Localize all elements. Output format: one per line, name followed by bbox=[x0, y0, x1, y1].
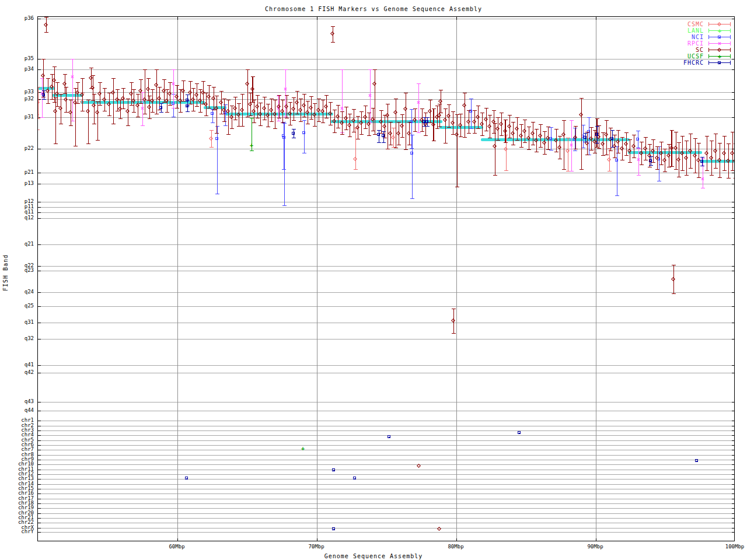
sc-error-cap bbox=[336, 105, 340, 106]
sc-error-cap bbox=[620, 137, 624, 138]
rpci-marker: × bbox=[637, 157, 640, 163]
sc-error-cap bbox=[597, 148, 601, 149]
sc-marker bbox=[248, 102, 252, 106]
v-gridline bbox=[317, 17, 317, 541]
sc-error-cap bbox=[195, 83, 199, 84]
nci-error-bar bbox=[217, 126, 218, 194]
sc-error-cap bbox=[348, 114, 352, 114]
y-tick-right bbox=[732, 244, 735, 245]
sc-error-cap bbox=[435, 106, 439, 106]
nci-error-bar bbox=[212, 109, 213, 123]
legend-cap bbox=[708, 48, 709, 52]
h-gridline bbox=[38, 373, 735, 373]
sc-marker bbox=[451, 318, 455, 323]
sc-marker bbox=[309, 106, 313, 110]
nci-error-cap bbox=[410, 109, 414, 110]
sc-error-cap bbox=[558, 159, 562, 159]
fhcrc-marker-dot bbox=[187, 106, 189, 107]
sc-error-cap bbox=[731, 132, 735, 132]
sc-error-cap bbox=[523, 142, 527, 143]
sc-error-cap bbox=[663, 172, 667, 172]
y-tick-right bbox=[732, 513, 735, 514]
y-tick-left bbox=[38, 59, 41, 60]
y-tick-left bbox=[38, 271, 41, 271]
sc-error-cap bbox=[191, 111, 196, 111]
sc-error-cap bbox=[543, 131, 547, 132]
sc-error-bar bbox=[676, 132, 676, 170]
y-tick-left bbox=[38, 244, 41, 245]
sc-error-cap bbox=[476, 128, 480, 129]
sc-error-cap bbox=[340, 111, 344, 112]
y-tick-left bbox=[38, 430, 41, 431]
rpci-error-cap bbox=[701, 188, 705, 188]
y-tick-label: q23 bbox=[7, 268, 34, 273]
v-gridline bbox=[456, 17, 457, 541]
csmc-marker bbox=[391, 135, 395, 139]
sc-error-cap bbox=[655, 169, 659, 170]
sc-error-cap bbox=[302, 117, 306, 117]
sc-error-cap bbox=[233, 97, 238, 97]
fhcrc-marker-dot bbox=[333, 529, 335, 530]
sc-error-cap bbox=[249, 116, 253, 116]
sc-error-cap bbox=[511, 145, 515, 145]
y-tick-left bbox=[38, 207, 41, 208]
y-tick-label: p35 bbox=[7, 56, 34, 61]
h-gridline bbox=[38, 494, 735, 494]
y-tick-left bbox=[38, 508, 41, 509]
sc-error-cap bbox=[344, 130, 348, 130]
h-gridline bbox=[38, 271, 735, 271]
legend-glyph bbox=[707, 21, 732, 27]
rpci-error-cap bbox=[368, 69, 372, 70]
y-tick-left bbox=[38, 532, 41, 533]
csmc-error-cap bbox=[37, 87, 40, 88]
sc-error-cap bbox=[515, 117, 519, 118]
sc-marker bbox=[92, 103, 96, 107]
sc-error-cap bbox=[504, 142, 508, 143]
sc-error-cap bbox=[496, 117, 500, 118]
sc-error-cap bbox=[722, 170, 727, 171]
y-tick-left bbox=[38, 479, 41, 480]
sc-marker bbox=[147, 105, 151, 109]
y-tick-right bbox=[732, 69, 735, 70]
y-tick-left bbox=[38, 411, 41, 411]
nci-error-cap bbox=[302, 153, 306, 153]
rpci-marker: × bbox=[701, 176, 704, 182]
fhcrc-marker-dot bbox=[354, 478, 356, 479]
sc-error-bar bbox=[113, 78, 114, 124]
sc-error-cap bbox=[181, 80, 186, 81]
legend-row-fhcrc: FHCRC bbox=[607, 60, 736, 66]
y-tick-left bbox=[38, 528, 41, 528]
h-gridline bbox=[38, 455, 735, 456]
sc-error-cap bbox=[484, 131, 488, 131]
nci-error-cap bbox=[282, 169, 286, 170]
sc-error-cap bbox=[96, 102, 100, 102]
y-tick-left bbox=[38, 218, 41, 219]
sc-error-cap bbox=[76, 82, 80, 83]
legend-marker: + bbox=[718, 28, 721, 34]
sc-error-cap bbox=[121, 108, 125, 109]
sc-error-cap bbox=[136, 117, 140, 117]
csmc-error-cap bbox=[37, 100, 40, 100]
fhcrc-error-cap bbox=[42, 99, 46, 100]
ucsf-error-cap bbox=[250, 150, 254, 151]
csmc-marker bbox=[566, 149, 570, 153]
h-gridline bbox=[38, 464, 735, 465]
sc-error-cap bbox=[329, 102, 333, 103]
sc-error-cap bbox=[452, 333, 456, 334]
sc-error-cap bbox=[500, 135, 504, 136]
h-gridline bbox=[38, 173, 735, 173]
sc-marker bbox=[154, 83, 158, 87]
ucsf-marker: + bbox=[250, 142, 253, 148]
fhcrc-marker-dot bbox=[186, 478, 188, 479]
fhcrc-error-cap bbox=[610, 147, 615, 148]
sc-marker bbox=[355, 125, 359, 130]
sc-error-cap bbox=[585, 132, 589, 132]
ucsf-marker: + bbox=[301, 446, 305, 452]
y-tick-left bbox=[38, 421, 41, 421]
y-tick-left bbox=[38, 373, 41, 373]
nci-error-cap bbox=[211, 123, 215, 123]
h-gridline bbox=[38, 218, 735, 219]
sc-error-cap bbox=[397, 145, 401, 145]
y-tick-right bbox=[732, 455, 735, 456]
rpci-error-cap bbox=[277, 121, 281, 121]
